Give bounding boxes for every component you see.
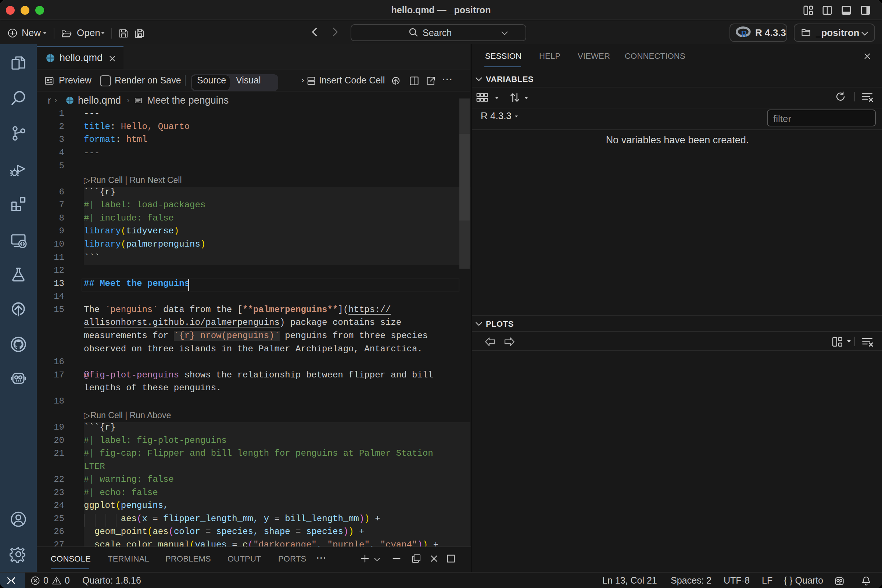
svg-text:R: R <box>741 29 748 38</box>
